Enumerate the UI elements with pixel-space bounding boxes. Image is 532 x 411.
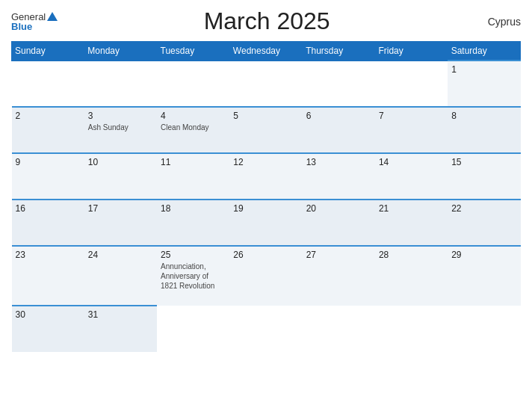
calendar-cell: 15 bbox=[448, 153, 520, 200]
day-number: 9 bbox=[16, 157, 81, 167]
day-number: 31 bbox=[88, 309, 153, 320]
day-number: 15 bbox=[451, 157, 516, 167]
calendar-cell bbox=[157, 306, 229, 352]
day-number: 5 bbox=[233, 111, 298, 121]
calendar-cell: 9 bbox=[12, 153, 84, 200]
week-row-3: 16171819202122 bbox=[12, 200, 521, 246]
logo-general-text: General bbox=[11, 12, 46, 22]
weekday-header-monday: Monday bbox=[84, 42, 157, 61]
day-number: 8 bbox=[451, 111, 516, 121]
day-number: 27 bbox=[306, 250, 371, 260]
calendar-cell: 10 bbox=[84, 153, 157, 200]
calendar-cell: 7 bbox=[375, 107, 448, 153]
day-number: 1 bbox=[451, 64, 516, 75]
calendar-cell: 22 bbox=[448, 200, 520, 246]
week-row-4: 232425Annunciation, Anniversary of 1821 … bbox=[12, 246, 521, 306]
weekday-header-tuesday: Tuesday bbox=[157, 42, 229, 61]
calendar-container: General Blue March 2025 Cyprus SundayMon… bbox=[0, 0, 532, 411]
calendar-cell: 17 bbox=[84, 200, 157, 246]
calendar-cell: 6 bbox=[303, 107, 375, 153]
calendar-body: 123Ash Sunday4Clean Monday56789101112131… bbox=[12, 61, 521, 352]
day-number: 20 bbox=[306, 203, 371, 214]
calendar-cell: 26 bbox=[229, 246, 302, 306]
day-number: 19 bbox=[233, 203, 298, 214]
calendar-cell: 24 bbox=[84, 246, 157, 306]
event-text: Ash Sunday bbox=[88, 123, 153, 132]
calendar-header: General Blue March 2025 Cyprus bbox=[11, 7, 521, 35]
calendar-cell: 27 bbox=[303, 246, 375, 306]
week-row-0: 1 bbox=[12, 61, 521, 107]
calendar-header-row: SundayMondayTuesdayWednesdayThursdayFrid… bbox=[12, 42, 521, 61]
calendar-cell: 23 bbox=[12, 246, 84, 306]
day-number: 29 bbox=[451, 250, 516, 260]
calendar-cell bbox=[375, 61, 448, 107]
day-number: 3 bbox=[88, 111, 153, 121]
calendar-cell: 14 bbox=[375, 153, 448, 200]
calendar-cell: 11 bbox=[157, 153, 229, 200]
weekday-header-friday: Friday bbox=[375, 42, 448, 61]
calendar-cell bbox=[303, 306, 375, 352]
calendar-cell: 30 bbox=[12, 306, 84, 352]
country-label: Cyprus bbox=[476, 16, 521, 28]
weekday-header-thursday: Thursday bbox=[303, 42, 375, 61]
weekday-header-wednesday: Wednesday bbox=[229, 42, 302, 61]
calendar-cell bbox=[229, 306, 302, 352]
month-title: March 2025 bbox=[58, 7, 476, 35]
logo-triangle-icon bbox=[47, 12, 58, 21]
calendar-cell: 16 bbox=[12, 200, 84, 246]
day-number: 18 bbox=[161, 203, 226, 214]
day-number: 2 bbox=[16, 111, 81, 121]
day-number: 23 bbox=[16, 250, 81, 260]
calendar-cell: 21 bbox=[375, 200, 448, 246]
calendar-cell: 2 bbox=[12, 107, 84, 153]
calendar-cell: 20 bbox=[303, 200, 375, 246]
calendar-cell: 12 bbox=[229, 153, 302, 200]
calendar-cell: 29 bbox=[448, 246, 520, 306]
logo-blue-text: Blue bbox=[11, 22, 58, 31]
calendar-cell bbox=[157, 61, 229, 107]
day-number: 11 bbox=[161, 157, 226, 167]
calendar-cell: 5 bbox=[229, 107, 302, 153]
calendar-cell: 4Clean Monday bbox=[157, 107, 229, 153]
calendar-cell: 3Ash Sunday bbox=[84, 107, 157, 153]
day-number: 4 bbox=[161, 111, 226, 121]
day-number: 21 bbox=[379, 203, 444, 214]
calendar-cell: 28 bbox=[375, 246, 448, 306]
day-number: 12 bbox=[233, 157, 298, 167]
calendar-cell bbox=[303, 61, 375, 107]
calendar-cell bbox=[448, 306, 520, 352]
day-number: 30 bbox=[16, 309, 81, 320]
event-text: Clean Monday bbox=[161, 123, 226, 132]
calendar-cell: 31 bbox=[84, 306, 157, 352]
day-number: 16 bbox=[16, 203, 81, 214]
day-number: 6 bbox=[306, 111, 371, 121]
calendar-cell: 13 bbox=[303, 153, 375, 200]
day-number: 24 bbox=[88, 250, 153, 260]
week-row-1: 23Ash Sunday4Clean Monday5678 bbox=[12, 107, 521, 153]
week-row-5: 3031 bbox=[12, 306, 521, 352]
calendar-cell bbox=[375, 306, 448, 352]
logo: General Blue bbox=[11, 12, 58, 31]
calendar-cell: 18 bbox=[157, 200, 229, 246]
calendar-cell bbox=[12, 61, 84, 107]
weekday-header-sunday: Sunday bbox=[12, 42, 84, 61]
calendar-cell: 1 bbox=[448, 61, 520, 107]
calendar-cell bbox=[229, 61, 302, 107]
week-row-2: 9101112131415 bbox=[12, 153, 521, 200]
day-number: 13 bbox=[306, 157, 371, 167]
calendar-cell: 19 bbox=[229, 200, 302, 246]
calendar-cell: 8 bbox=[448, 107, 520, 153]
day-number: 17 bbox=[88, 203, 153, 214]
day-number: 26 bbox=[233, 250, 298, 260]
day-number: 10 bbox=[88, 157, 153, 167]
calendar-cell bbox=[84, 61, 157, 107]
calendar-table: SundayMondayTuesdayWednesdayThursdayFrid… bbox=[11, 41, 521, 352]
day-number: 28 bbox=[379, 250, 444, 260]
day-number: 7 bbox=[379, 111, 444, 121]
day-number: 22 bbox=[451, 203, 516, 214]
weekday-header-saturday: Saturday bbox=[448, 42, 520, 61]
day-number: 25 bbox=[161, 250, 226, 260]
calendar-cell: 25Annunciation, Anniversary of 1821 Revo… bbox=[157, 246, 229, 306]
event-text: Annunciation, Anniversary of 1821 Revolu… bbox=[161, 262, 226, 291]
day-number: 14 bbox=[379, 157, 444, 167]
